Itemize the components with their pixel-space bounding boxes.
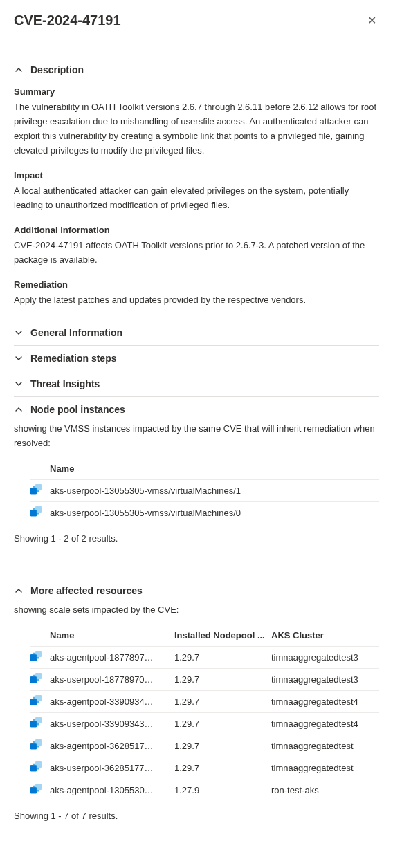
chevron-up-icon xyxy=(14,586,24,595)
table-row[interactable]: aks-userpool-13055305-vmss/virtualMachin… xyxy=(30,479,379,501)
close-button[interactable]: ✕ xyxy=(365,12,379,29)
aks-cluster: timnaaggregatedtest3 xyxy=(271,674,379,685)
section-node-pool-instances: Node pool instances showing the VMSS ins… xyxy=(14,397,379,562)
column-header-installed[interactable]: Installed Nodepool ... xyxy=(174,630,271,640)
installed-version: 1.29.7 xyxy=(174,719,271,729)
page-title: CVE-2024-47191 xyxy=(14,12,121,28)
section-title-general-information: General Information xyxy=(30,327,122,338)
table-row[interactable]: aks-agentpool-1877897…1.29.7timnaaggrega… xyxy=(30,646,379,668)
vmss-icon xyxy=(30,717,42,730)
chevron-down-icon xyxy=(14,353,24,363)
chevron-up-icon xyxy=(14,405,24,414)
vmss-icon xyxy=(30,506,42,519)
section-toggle-remediation-steps[interactable]: Remediation steps xyxy=(14,346,379,371)
section-title-node-pool-instances: Node pool instances xyxy=(30,404,125,415)
aks-cluster: timnaaggregatedtest4 xyxy=(271,696,379,707)
aks-cluster: timnaaggregatedtest xyxy=(271,741,379,751)
instance-name: aks-userpool-13055305-vmss/virtualMachin… xyxy=(50,486,379,496)
vmss-icon xyxy=(30,761,42,775)
section-toggle-node-pool-instances[interactable]: Node pool instances xyxy=(14,397,379,422)
instance-name: aks-userpool-13055305-vmss/virtualMachin… xyxy=(50,508,379,518)
resource-name: aks-agentpool-3390934… xyxy=(50,696,174,707)
section-title-remediation-steps: Remediation steps xyxy=(30,353,116,364)
installed-version: 1.29.7 xyxy=(174,741,271,751)
additional-info-text: CVE-2024-47191 affects OATH Toolkit vers… xyxy=(14,238,379,267)
section-title-more-affected-resources: More affected resources xyxy=(30,585,143,596)
resource-name: aks-agentpool-1305530… xyxy=(50,785,174,795)
resource-name: aks-agentpool-3628517… xyxy=(50,741,174,751)
vmss-icon xyxy=(30,784,42,797)
node-pool-intro: showing the VMSS instances impacted by t… xyxy=(14,422,379,451)
resource-name: aks-userpool-36285177… xyxy=(50,763,174,773)
more-affected-results: Showing 1 - 7 of 7 results. xyxy=(14,811,379,821)
table-header: Name xyxy=(30,458,379,479)
vmss-icon xyxy=(30,484,42,497)
more-affected-table: Name Installed Nodepool ... AKS Cluster … xyxy=(30,625,379,801)
section-toggle-description[interactable]: Description xyxy=(14,57,379,82)
section-description: Description Summary The vulnerability in… xyxy=(14,57,379,320)
impact-label: Impact xyxy=(14,170,379,181)
vmss-icon xyxy=(30,673,42,686)
remediation-label: Remediation xyxy=(14,279,379,290)
section-general-information: General Information xyxy=(14,320,379,346)
aks-cluster: ron-test-aks xyxy=(271,785,379,795)
chevron-down-icon xyxy=(14,379,24,389)
additional-info-label: Additional information xyxy=(14,225,379,235)
table-row[interactable]: aks-userpool-33909343…1.29.7timnaaggrega… xyxy=(30,712,379,735)
resource-name: aks-userpool-33909343… xyxy=(50,719,174,729)
installed-version: 1.29.7 xyxy=(174,696,271,707)
aks-cluster: timnaaggregatedtest4 xyxy=(271,719,379,729)
installed-version: 1.29.7 xyxy=(174,763,271,773)
vmss-icon xyxy=(30,695,42,708)
installed-version: 1.29.7 xyxy=(174,674,271,685)
summary-label: Summary xyxy=(14,86,379,97)
impact-text: A local authenticated attacker can gain … xyxy=(14,183,379,212)
table-row[interactable]: aks-agentpool-1305530…1.27.9ron-test-aks xyxy=(30,779,379,801)
remediation-text: Apply the latest patches and updates pro… xyxy=(14,293,379,307)
node-pool-table: Name aks-userpool-13055305-vmss/virtualM… xyxy=(30,458,379,524)
table-row[interactable]: aks-userpool-36285177…1.29.7timnaaggrega… xyxy=(30,757,379,779)
resource-name: aks-agentpool-1877897… xyxy=(50,652,174,663)
section-title-threat-insights: Threat Insights xyxy=(30,378,100,389)
resource-name: aks-userpool-18778970… xyxy=(50,674,174,685)
vmss-icon xyxy=(30,651,42,664)
installed-version: 1.29.7 xyxy=(174,652,271,663)
table-row[interactable]: aks-agentpool-3390934…1.29.7timnaaggrega… xyxy=(30,690,379,712)
installed-version: 1.27.9 xyxy=(174,785,271,795)
node-pool-results: Showing 1 - 2 of 2 results. xyxy=(14,533,379,544)
section-toggle-more-affected-resources[interactable]: More affected resources xyxy=(14,578,379,603)
vmss-icon xyxy=(30,739,42,752)
section-more-affected-resources: More affected resources showing scale se… xyxy=(14,578,379,839)
column-header-name[interactable]: Name xyxy=(50,463,379,474)
summary-text: The vulnerability in OATH Toolkit versio… xyxy=(14,100,379,158)
column-header-name[interactable]: Name xyxy=(50,630,174,640)
close-icon: ✕ xyxy=(367,15,376,26)
section-threat-insights: Threat Insights xyxy=(14,371,379,397)
aks-cluster: timnaaggregatedtest xyxy=(271,763,379,773)
chevron-down-icon xyxy=(14,328,24,338)
table-row[interactable]: aks-userpool-13055305-vmss/virtualMachin… xyxy=(30,501,379,524)
table-header: Name Installed Nodepool ... AKS Cluster xyxy=(30,625,379,646)
more-affected-intro: showing scale sets impacted by the CVE: xyxy=(14,603,379,618)
section-toggle-general-information[interactable]: General Information xyxy=(14,320,379,345)
table-row[interactable]: aks-userpool-18778970…1.29.7timnaaggrega… xyxy=(30,668,379,690)
section-remediation-steps: Remediation steps xyxy=(14,346,379,371)
aks-cluster: timnaaggregatedtest3 xyxy=(271,652,379,663)
chevron-up-icon xyxy=(14,65,24,75)
table-row[interactable]: aks-agentpool-3628517…1.29.7timnaaggrega… xyxy=(30,735,379,757)
column-header-cluster[interactable]: AKS Cluster xyxy=(271,630,379,640)
section-title-description: Description xyxy=(30,64,84,75)
section-toggle-threat-insights[interactable]: Threat Insights xyxy=(14,371,379,396)
